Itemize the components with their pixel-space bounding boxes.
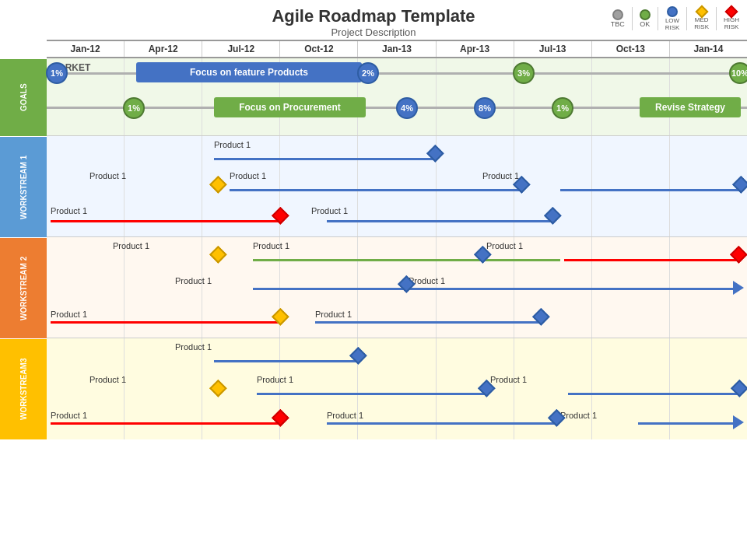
- legend-tbc: TBC: [611, 9, 625, 28]
- goals-section: MARKET 1% Focus on feature Products 2% 3…: [47, 58, 747, 136]
- col-jul12: Jul-12: [202, 41, 280, 57]
- milestone-2pct: 2%: [357, 62, 379, 84]
- goals-label: GOALS: [0, 58, 47, 136]
- legend-med-risk: MEDRISK: [694, 7, 709, 30]
- ws2-line3: [51, 321, 280, 324]
- bar-revise-strategy: Revise Strategy: [640, 97, 741, 117]
- ws3-label: WORKSTREAM3: [0, 338, 47, 439]
- legend-ok: OK: [640, 9, 651, 28]
- ws2-line1: [253, 259, 560, 261]
- legend-low-risk-label: LOWRISK: [665, 17, 680, 31]
- ws1-line2: [230, 189, 521, 191]
- ws2-section: Product 1 Product 1 Product 1 Product 1 …: [47, 237, 747, 338]
- ws3-line2: [257, 393, 486, 395]
- milestone-1pct-r2b: 1%: [552, 97, 573, 119]
- ws1-section: Product 1 Product 1 Product 1 Product 1 …: [47, 136, 747, 237]
- bar-feature-products: Focus on feature Products: [136, 62, 362, 82]
- ws2-label: WORKSTREAM 2: [0, 237, 47, 338]
- bar-procurement: Focus on Procurement: [214, 97, 366, 117]
- ws1-prod2-r2: Product 1: [230, 171, 266, 180]
- ws1-prod2-label: Product 1: [89, 171, 126, 180]
- milestone-8pct: 8%: [474, 97, 496, 119]
- ws2-line1b: [564, 259, 739, 261]
- ws2-arrow-head1: [733, 281, 744, 295]
- col-jan12: Jan-12: [47, 41, 124, 57]
- low-risk-icon: [667, 6, 678, 17]
- main-content: GOALS WORKSTREAM 1 WORKSTREAM 2 WORKSTRE…: [0, 58, 747, 560]
- ws3-line1: [214, 360, 358, 362]
- col-jan13: Jan-13: [358, 41, 436, 57]
- ws3-prod3-r2: Product 1: [327, 411, 363, 420]
- ws2-prod1-r2: Product 1: [253, 241, 289, 250]
- legend-tbc-label: TBC: [611, 20, 625, 28]
- col-apr12: Apr-12: [124, 41, 202, 57]
- ws3-prod2-r2: Product 1: [257, 375, 293, 384]
- ws2-prod3-r1: Product 1: [51, 310, 87, 319]
- ws1-prod1-r1: Product 1: [214, 140, 251, 149]
- milestone-4pct: 4%: [396, 97, 418, 119]
- ws1-line2b: [560, 189, 739, 191]
- col-oct13: Oct-13: [592, 41, 670, 57]
- legend-sep3: [686, 7, 687, 30]
- ws1-label: WORKSTREAM 1: [0, 136, 47, 237]
- content-area: MARKET 1% Focus on feature Products 2% 3…: [47, 58, 747, 560]
- ws3-line3c: [638, 422, 739, 425]
- col-jul13: Jul-13: [514, 41, 592, 57]
- ws3-prod2-r1: Product 1: [89, 375, 126, 384]
- milestone-3pct: 3%: [513, 62, 535, 84]
- legend-high-risk: HIGHRISK: [724, 7, 739, 30]
- ws2-line2: [253, 288, 739, 290]
- row-labels: GOALS WORKSTREAM 1 WORKSTREAM 2 WORKSTRE…: [0, 58, 47, 560]
- ws1-line1: [214, 158, 436, 160]
- col-apr13: Apr-13: [437, 41, 514, 57]
- legend-low-risk: LOWRISK: [665, 6, 680, 31]
- ws3-prod1-r1: Product 1: [175, 342, 212, 352]
- milestone-10pct: 10%: [729, 62, 747, 84]
- ws1-line3b: [327, 220, 552, 222]
- legend-high-risk-label: HIGHRISK: [724, 16, 739, 30]
- col-jan14: Jan-14: [670, 41, 747, 57]
- col-oct12: Oct-12: [280, 41, 358, 57]
- legend-sep4: [716, 7, 717, 30]
- ws3-line2b: [568, 393, 739, 395]
- ws1-prod3-r2: Product 1: [311, 206, 348, 215]
- legend-ok-label: OK: [640, 20, 650, 28]
- ws2-prod1-r1: Product 1: [113, 241, 149, 250]
- tbc-icon: [612, 9, 623, 20]
- ws3-prod3-r3: Product 1: [560, 411, 597, 420]
- ws1-line3: [51, 220, 280, 222]
- ws1-prod3-r1: Product 1: [51, 206, 87, 215]
- ws3-prod3-r1: Product 1: [51, 411, 87, 420]
- legend-sep2: [658, 7, 658, 30]
- ws3-prod2-r3: Product 1: [490, 375, 527, 384]
- timeline-header: Jan-12 Apr-12 Jul-12 Oct-12 Jan-13 Apr-1…: [47, 40, 747, 58]
- ws2-prod3-r2: Product 1: [315, 310, 352, 319]
- ws3-diamond-yellow: [209, 380, 227, 397]
- ws3-line3: [51, 422, 280, 425]
- header: Agile Roadmap Template Project Descripti…: [0, 0, 747, 40]
- ws1-prod2-r3: Product 1: [482, 171, 519, 180]
- milestone-1pct-r1: 1%: [46, 62, 68, 84]
- ws1-diamond-yellow: [209, 176, 227, 194]
- ws3-arrow-head: [733, 415, 744, 429]
- ws2-prod1-r3: Product 1: [486, 241, 523, 250]
- legend: TBC OK LOWRISK MEDRISK: [611, 6, 739, 31]
- milestone-1pct-r2: 1%: [123, 97, 145, 119]
- ok-icon: [640, 9, 651, 20]
- ws2-prod2-r1: Product 1: [175, 276, 212, 285]
- ws2-diamond-yellow1: [209, 246, 227, 264]
- ws3-line3b: [327, 422, 556, 425]
- ws3-section: Product 1 Product 1 Product 1 Product 1 …: [47, 338, 747, 439]
- ws2-line3b: [315, 321, 541, 324]
- legend-sep1: [632, 7, 633, 30]
